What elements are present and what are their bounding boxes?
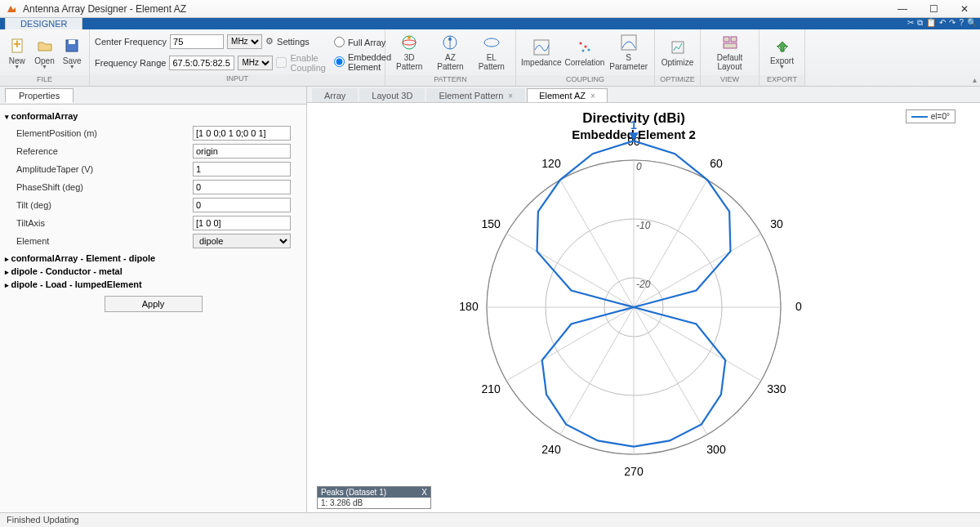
minimize-button[interactable]: ― xyxy=(887,0,918,18)
qa-copy-icon[interactable]: ⧉ xyxy=(917,18,923,28)
prop-label: AmplitudeTaper (V) xyxy=(5,164,193,174)
settings-label[interactable]: Settings xyxy=(277,37,310,47)
ribbon-tab-designer[interactable]: DESIGNER xyxy=(5,17,82,29)
gear-icon[interactable]: ⚙ xyxy=(265,36,274,47)
centerfreq-unit-select[interactable]: MHz xyxy=(227,34,262,49)
correlation-button[interactable]: Correlation xyxy=(564,31,604,74)
ribbon-group-label: OPTIMIZE xyxy=(655,75,700,86)
tilt-axis-input[interactable] xyxy=(193,216,291,230)
svg-line-52 xyxy=(634,307,761,381)
impedance-button[interactable]: Impedance xyxy=(521,31,561,74)
section-conductor-metal[interactable]: dipole - Conductor - metal xyxy=(5,266,301,276)
svg-text:-20: -20 xyxy=(636,279,651,290)
legend: el=0° xyxy=(906,109,956,123)
sparameter-icon xyxy=(620,33,638,51)
maximize-button[interactable]: ☐ xyxy=(918,0,949,18)
close-icon[interactable]: × xyxy=(590,92,595,100)
status-bar: Finished Updating xyxy=(0,512,980,527)
open-button[interactable]: Open▼ xyxy=(33,31,57,74)
section-element-dipole[interactable]: conformalArray - Element - dipole xyxy=(5,253,301,263)
qa-redo-icon[interactable]: ↷ xyxy=(949,18,956,28)
3d-pattern-button[interactable]: 3D Pattern xyxy=(390,31,428,74)
tab-element-pattern[interactable]: Element Pattern× xyxy=(426,88,525,102)
svg-line-34 xyxy=(634,180,707,307)
section-conformalarray[interactable]: conformalArray xyxy=(5,111,301,121)
sparameter-button[interactable]: S Parameter xyxy=(608,31,649,74)
svg-point-15 xyxy=(587,48,590,51)
properties-panel: Properties conformalArray ElementPositio… xyxy=(0,87,307,516)
export-icon xyxy=(773,37,791,55)
polar-chart: Directivity (dBi)Embedded Element 20-10-… xyxy=(307,103,977,495)
ribbon-group-label: PATTERN xyxy=(385,75,515,86)
qa-cut-icon[interactable]: ✂ xyxy=(907,18,914,28)
impedance-icon xyxy=(532,38,550,56)
prop-row: PhaseShift (deg) xyxy=(5,178,301,196)
properties-tab[interactable]: Properties xyxy=(5,88,74,103)
svg-point-14 xyxy=(581,49,584,51)
tab-array[interactable]: Array xyxy=(312,88,358,102)
ribbon-group-label: INPUT xyxy=(90,74,385,86)
phase-shift-input[interactable] xyxy=(193,180,291,194)
ribbon-strip: DESIGNER ✂ ⧉ 📋 ↶ ↷ ? 🔍 xyxy=(0,18,980,29)
freqrange-input[interactable] xyxy=(169,56,234,70)
enable-coupling-checkbox[interactable] xyxy=(276,57,287,68)
peaks-box[interactable]: Peaks (Dataset 1)X 1: 3.286 dB xyxy=(317,486,431,509)
ribbon-group-label: COUPLING xyxy=(516,75,654,86)
svg-line-46 xyxy=(560,307,634,435)
embedded-element-radio[interactable] xyxy=(334,56,345,67)
save-button[interactable]: Save▼ xyxy=(60,31,84,74)
freqrange-unit-select[interactable]: MHz xyxy=(238,56,273,70)
svg-point-5 xyxy=(403,40,416,45)
new-button[interactable]: + New▼ xyxy=(5,31,29,74)
element-select[interactable]: dipole xyxy=(193,234,291,248)
svg-point-12 xyxy=(579,42,581,44)
svg-rect-3 xyxy=(69,40,75,44)
tab-layout3d[interactable]: Layout 3D xyxy=(359,88,425,102)
window-title: Antenna Array Designer - Element AZ xyxy=(23,3,887,15)
legend-swatch xyxy=(911,116,928,118)
export-button[interactable]: Export▼ xyxy=(764,31,800,74)
prop-row: Reference xyxy=(5,142,301,160)
amplitude-taper-input[interactable] xyxy=(193,162,291,176)
tilt-input[interactable] xyxy=(193,198,291,212)
az-pattern-button[interactable]: AZ Pattern xyxy=(431,31,469,74)
qa-paste-icon[interactable]: 📋 xyxy=(926,18,936,28)
ribbon-group-label: FILE xyxy=(0,75,89,86)
el-pattern-icon xyxy=(483,33,501,51)
tab-element-az[interactable]: Element AZ× xyxy=(527,88,608,102)
prop-row: Tilt (deg) xyxy=(5,196,301,214)
qa-help-icon[interactable]: ? xyxy=(959,18,964,28)
ribbon-group-optimize: Optimize OPTIMIZE xyxy=(655,29,701,86)
default-layout-button[interactable]: Default Layout xyxy=(706,31,754,74)
svg-rect-18 xyxy=(724,37,729,42)
apply-button[interactable]: Apply xyxy=(105,296,203,312)
full-array-radio[interactable] xyxy=(334,37,345,47)
el-pattern-button[interactable]: EL Pattern xyxy=(473,31,510,74)
svg-line-50 xyxy=(634,307,707,435)
prop-label: ElementPosition (m) xyxy=(5,128,193,138)
quick-access: ✂ ⧉ 📋 ↶ ↷ ? 🔍 xyxy=(907,18,977,28)
svg-line-44 xyxy=(506,307,634,381)
prop-row: TiltAxis xyxy=(5,214,301,232)
reference-input[interactable] xyxy=(193,144,291,159)
svg-text:330: 330 xyxy=(767,382,786,395)
centerfreq-input[interactable] xyxy=(170,34,224,49)
enable-coupling-label: Enable Coupling xyxy=(290,53,325,73)
legend-label: el=0° xyxy=(931,112,950,121)
svg-text:30: 30 xyxy=(770,217,783,230)
element-position-input[interactable] xyxy=(193,126,291,141)
section-load-lumped[interactable]: dipole - Load - lumpedElement xyxy=(5,279,301,289)
prop-label: TiltAxis xyxy=(5,218,193,228)
optimize-button[interactable]: Optimize xyxy=(660,31,695,74)
qa-undo-icon[interactable]: ↶ xyxy=(939,18,946,28)
close-icon[interactable]: × xyxy=(508,92,513,100)
open-icon xyxy=(36,37,54,55)
qa-search-icon[interactable]: 🔍 xyxy=(967,18,977,28)
ribbon-group-label: EXPORT xyxy=(760,75,804,86)
prop-label: PhaseShift (deg) xyxy=(5,182,193,192)
ribbon-expand-icon[interactable]: ▴ xyxy=(973,75,977,84)
svg-line-38 xyxy=(560,180,634,307)
prop-row: AmplitudeTaper (V) xyxy=(5,160,301,178)
close-button[interactable]: ✕ xyxy=(949,0,980,18)
close-icon[interactable]: X xyxy=(421,488,427,497)
